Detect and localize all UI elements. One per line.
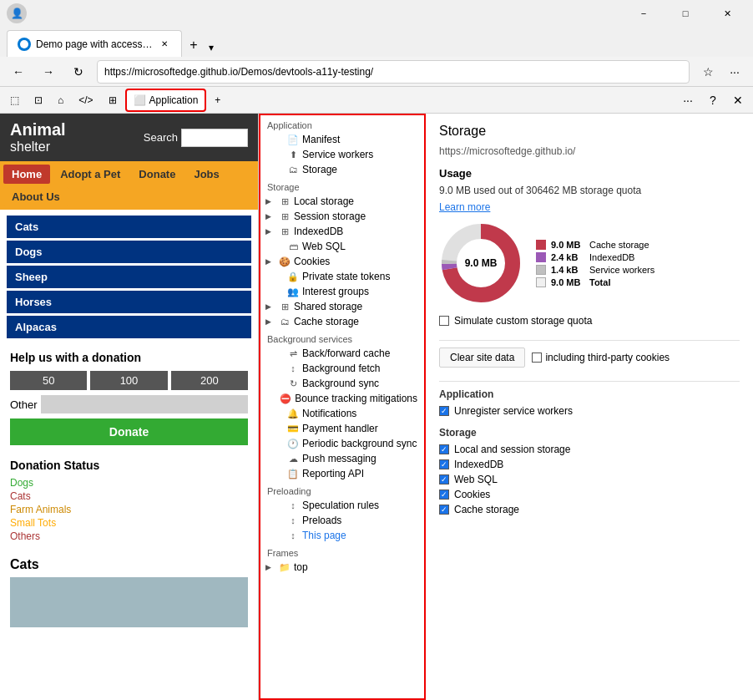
tree-bf-cache[interactable]: ⇌ Back/forward cache xyxy=(260,346,424,361)
check-cookies[interactable]: ✓ Cookies xyxy=(439,489,740,500)
devtool-forward-button[interactable]: ⊡ xyxy=(28,89,49,112)
tree-manifest[interactable]: 📄 Manifest xyxy=(260,132,424,147)
tree-storage-label: Storage xyxy=(302,164,337,175)
animal-sheep[interactable]: Sheep xyxy=(7,266,251,288)
tree-private-tokens[interactable]: 🔒 Private state tokens xyxy=(260,269,424,284)
tree-indexeddb[interactable]: ▶ ⊞ IndexedDB xyxy=(260,224,424,239)
devtools-help-button[interactable]: ? xyxy=(701,89,725,112)
preloads-icon: ↕ xyxy=(287,515,299,525)
cache-checkbox[interactable]: ✓ xyxy=(439,505,449,515)
notifications-icon: 🔔 xyxy=(287,408,299,419)
tree-local-storage[interactable]: ▶ ⊞ Local storage xyxy=(260,194,424,209)
tree-reporting-api[interactable]: 📋 Reporting API xyxy=(260,466,424,481)
tree-preloads[interactable]: ↕ Preloads xyxy=(260,513,424,528)
legend-sw: 1.4 kB Service workers xyxy=(536,265,740,275)
tree-interest-groups[interactable]: 👥 Interest groups xyxy=(260,284,424,299)
more-button[interactable]: ··· xyxy=(723,60,746,84)
tree-websql[interactable]: 🗃 Web SQL xyxy=(260,239,424,254)
tree-top-frame[interactable]: ▶ 📁 top xyxy=(260,560,424,575)
unregister-sw-checkbox[interactable]: ✓ xyxy=(439,406,449,416)
cookies-icon: 🍪 xyxy=(279,256,291,267)
search-input[interactable] xyxy=(181,129,248,147)
animal-alpacas[interactable]: Alpacas xyxy=(7,316,251,338)
devtool-back-button[interactable]: ⬚ xyxy=(3,89,26,112)
amount-50[interactable]: 50 xyxy=(10,371,87,390)
cats-title: Cats xyxy=(10,557,248,572)
learn-more-link[interactable]: Learn more xyxy=(439,201,740,213)
nav-jobs[interactable]: Jobs xyxy=(185,165,227,184)
tree-periodic-sync[interactable]: 🕐 Periodic background sync xyxy=(260,436,424,451)
animal-dogs[interactable]: Dogs xyxy=(7,241,251,263)
other-input[interactable] xyxy=(41,395,248,413)
animal-horses[interactable]: Horses xyxy=(7,291,251,313)
animal-cats[interactable]: Cats xyxy=(7,216,251,238)
tab-close-button[interactable]: ✕ xyxy=(158,38,171,51)
devtools-close-button[interactable]: ✕ xyxy=(726,89,750,112)
tree-section-bg-services: Background services xyxy=(260,329,424,346)
back-button[interactable]: ← xyxy=(7,60,30,84)
maximize-button[interactable]: □ xyxy=(666,0,705,27)
check-websql[interactable]: ✓ Web SQL xyxy=(439,474,740,485)
donate-button[interactable]: Donate xyxy=(10,418,248,445)
tree-bg-fetch[interactable]: ↕ Background fetch xyxy=(260,361,424,376)
active-tab[interactable]: Demo page with accessibility iss... ✕ xyxy=(7,30,182,57)
nav-home[interactable]: Home xyxy=(3,165,50,184)
indexeddb-checkbox[interactable]: ✓ xyxy=(439,459,449,469)
profile-avatar[interactable]: 👤 xyxy=(7,3,27,23)
clear-site-data-button[interactable]: Clear site data xyxy=(439,347,525,368)
amount-100[interactable]: 100 xyxy=(90,371,167,390)
interest-groups-icon: 👥 xyxy=(287,287,299,297)
refresh-button[interactable]: ↻ xyxy=(67,60,90,84)
tab-chevron[interactable]: ▾ xyxy=(205,38,217,57)
tree-speculation-rules[interactable]: ↕ Speculation rules xyxy=(260,498,424,513)
check-cache[interactable]: ✓ Cache storage xyxy=(439,504,740,515)
address-input[interactable] xyxy=(97,60,690,84)
devtool-console-tab[interactable]: </> xyxy=(72,89,99,112)
check-indexeddb[interactable]: ✓ IndexedDB xyxy=(439,459,740,470)
close-button[interactable]: ✕ xyxy=(708,0,746,27)
status-small: Small Tots xyxy=(10,517,248,529)
tree-this-page[interactable]: ↕ This page xyxy=(260,528,424,543)
simulate-checkbox[interactable] xyxy=(439,316,449,326)
tree-section-storage: Storage xyxy=(260,177,424,194)
tree-shared-storage[interactable]: ▶ ⊞ Shared storage xyxy=(260,299,424,314)
tree-push-messaging[interactable]: ☁ Push messaging xyxy=(260,451,424,466)
arrow-cookies: ▶ xyxy=(265,257,275,266)
tree-payment-handler[interactable]: 💳 Payment handler xyxy=(260,421,424,436)
new-tab-button[interactable]: + xyxy=(182,33,205,57)
devtools-more-button[interactable]: ··· xyxy=(676,89,700,112)
tree-cache-storage[interactable]: ▶ 🗂 Cache storage xyxy=(260,314,424,329)
nav-donate[interactable]: Donate xyxy=(130,165,184,184)
including-checkbox[interactable] xyxy=(532,353,542,363)
no-arrow-pt xyxy=(274,272,284,281)
tree-bg-sync[interactable]: ↻ Background sync xyxy=(260,376,424,391)
devtool-elements-tab[interactable]: ⌂ xyxy=(51,89,70,112)
devtool-application-tab[interactable]: ⬜ Application xyxy=(125,89,207,112)
address-bar: ← → ↻ ☆ ··· xyxy=(0,57,753,87)
including-label[interactable]: including third-party cookies xyxy=(532,352,670,363)
tree-session-storage[interactable]: ▶ ⊞ Session storage xyxy=(260,209,424,224)
tree-cookies[interactable]: ▶ 🍪 Cookies xyxy=(260,254,424,269)
check-unregister-sw[interactable]: ✓ Unregister service workers xyxy=(439,405,740,417)
cookies-checkbox[interactable]: ✓ xyxy=(439,489,449,500)
donation-amounts: 50 100 200 xyxy=(10,371,248,390)
minimize-button[interactable]: − xyxy=(624,0,663,27)
tree-bounce-tracking[interactable]: ⛔ Bounce tracking mitigations xyxy=(260,391,424,406)
check-local-session[interactable]: ✓ Local and session storage xyxy=(439,444,740,455)
devtool-add-tab[interactable]: + xyxy=(208,89,227,112)
nav-adopt[interactable]: Adopt a Pet xyxy=(52,165,129,184)
indexeddb-icon: ⊞ xyxy=(279,226,291,237)
tree-storage-root[interactable]: 🗂 Storage xyxy=(260,162,424,177)
forward-button[interactable]: → xyxy=(37,60,60,84)
websql-checkbox[interactable]: ✓ xyxy=(439,474,449,484)
amount-200[interactable]: 200 xyxy=(171,371,248,390)
favorites-button[interactable]: ☆ xyxy=(696,60,720,84)
bounce-tracking-icon: ⛔ xyxy=(280,393,291,404)
tree-notifications[interactable]: 🔔 Notifications xyxy=(260,406,424,421)
arrow-top: ▶ xyxy=(265,563,275,571)
no-arrow2 xyxy=(274,150,284,159)
tree-service-workers[interactable]: ⬆ Service workers xyxy=(260,147,424,162)
local-session-checkbox[interactable]: ✓ xyxy=(439,444,449,454)
nav-about[interactable]: About Us xyxy=(3,187,68,206)
devtool-sources-tab[interactable]: ⊞ xyxy=(102,89,124,112)
